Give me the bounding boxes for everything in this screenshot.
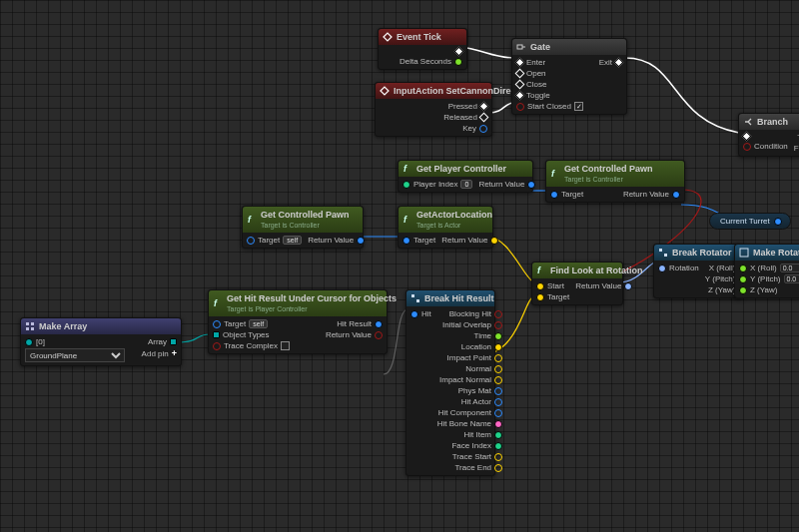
node-get-player-controller[interactable]: f Get Player Controller Player Index0 Re…	[398, 160, 533, 193]
pin-blocking-hit[interactable]: Blocking Hit	[449, 309, 502, 318]
pin-toggle[interactable]: Toggle	[516, 91, 550, 100]
pin-rotation[interactable]: Rotation	[658, 264, 699, 272]
pin-trace-end[interactable]: Trace End	[454, 463, 502, 472]
pin-target[interactable]: Targetself	[247, 236, 302, 245]
svg-text:f: f	[214, 298, 218, 308]
pin-xroll[interactable]: X (Roll)0.0	[739, 264, 799, 272]
svg-text:f: f	[403, 164, 407, 174]
node-subtitle: Target is Controller	[261, 222, 320, 229]
node-branch[interactable]: Branch Condition True False	[738, 113, 799, 157]
pin-variable-out[interactable]	[774, 218, 782, 226]
enum-dropdown[interactable]: GroundPlane	[25, 348, 125, 362]
pin-return-value[interactable]: Return Value	[623, 190, 680, 199]
pin-exec-out[interactable]	[452, 48, 462, 55]
node-title: Break Hit Result	[424, 293, 494, 303]
pin-delta-seconds[interactable]: Delta Seconds	[400, 57, 462, 66]
node-header: f Get Controlled Pawn Target is Controll…	[546, 161, 684, 187]
pin-exec-in[interactable]	[743, 133, 750, 140]
pin-false[interactable]: False	[794, 144, 799, 153]
pin-return-value[interactable]: Return Value	[441, 236, 498, 245]
pin-condition[interactable]: Condition	[743, 142, 788, 151]
pin-open[interactable]: Open	[516, 69, 546, 78]
event-icon	[380, 86, 390, 96]
pin-start-closed[interactable]: Start Closed✓	[516, 102, 583, 111]
pin-hit-bone-name[interactable]: Hit Bone Name	[437, 419, 502, 428]
node-header: Break Hit Result	[406, 290, 494, 306]
node-header: Break Rotator	[654, 245, 742, 261]
svg-text:f: f	[537, 266, 541, 275]
pin-return-value[interactable]: Return Value	[575, 281, 632, 290]
pin-return-value[interactable]: Return Value	[326, 330, 383, 339]
pin-normal[interactable]: Normal	[465, 364, 502, 373]
checkbox-trace-complex[interactable]	[281, 341, 290, 350]
pin-hit-result[interactable]: Hit Result	[337, 319, 383, 328]
pin-trace-start[interactable]: Trace Start	[452, 452, 502, 461]
pin-time[interactable]: Time	[474, 331, 502, 340]
variable-current-turret[interactable]: Current Turret	[709, 213, 791, 230]
node-get-actor-location[interactable]: f GetActorLocation Target is Actor Targe…	[398, 206, 493, 249]
pin-close[interactable]: Close	[516, 80, 546, 89]
node-title: Gate	[530, 42, 550, 52]
pin-object-types[interactable]: Object Types	[213, 330, 270, 339]
node-find-look-at-rotation[interactable]: f Find Look at Rotation Start Target Ret…	[531, 262, 623, 305]
function-icon: f	[402, 164, 412, 174]
node-make-rotator[interactable]: Make Rotator X (Roll)0.0 Y (Pitch)0.0 Z …	[734, 244, 799, 298]
make-icon	[739, 248, 749, 258]
pin-target[interactable]: Target	[550, 190, 583, 199]
pin-target[interactable]: Target	[536, 292, 569, 301]
pin-key[interactable]: Key	[462, 124, 487, 133]
pin-pressed[interactable]: Pressed	[448, 102, 487, 111]
pin-return-value[interactable]: Return Value	[308, 236, 365, 245]
pin-add-pin[interactable]: +Add pin	[142, 348, 177, 358]
node-header: f GetActorLocation Target is Actor	[399, 207, 492, 233]
node-event-tick[interactable]: Event Tick Delta Seconds	[378, 28, 467, 70]
pin-ypitch[interactable]: Y (Pitch)0.0	[739, 274, 799, 283]
node-gate[interactable]: Gate Enter Open Close Toggle Start Close…	[511, 38, 627, 115]
pin-hit-component[interactable]: Hit Component	[438, 408, 502, 417]
event-icon	[383, 32, 393, 42]
svg-text:f: f	[551, 169, 555, 179]
array-icon	[25, 321, 35, 331]
pin-return-value[interactable]: Return Value	[478, 180, 535, 189]
node-break-rotator[interactable]: Break Rotator Rotation X (Roll) Y (Pitch…	[653, 244, 743, 298]
node-make-array[interactable]: Make Array [0] GroundPlane Array +Add pi…	[20, 317, 182, 366]
pin-impact-normal[interactable]: Impact Normal	[439, 375, 502, 384]
svg-rect-6	[659, 249, 662, 252]
function-icon: f	[536, 266, 546, 275]
pin-enter[interactable]: Enter	[516, 58, 545, 67]
node-header: f Find Look at Rotation	[532, 263, 622, 278]
node-input-action[interactable]: InputAction SetCannonDirection Pressed R…	[375, 82, 492, 137]
node-get-hit-result-cursor[interactable]: f Get Hit Result Under Cursor for Object…	[208, 289, 388, 354]
node-title: Get Controlled Pawn	[261, 210, 350, 220]
node-get-controlled-pawn-left[interactable]: f Get Controlled Pawn Target is Controll…	[242, 206, 364, 249]
pin-initial-overlap[interactable]: Initial Overlap	[442, 320, 502, 329]
pin-target[interactable]: Target	[402, 236, 435, 245]
node-header: Event Tick	[379, 29, 466, 45]
svg-rect-11	[416, 299, 419, 302]
pin-exit[interactable]: Exit	[599, 58, 622, 67]
function-icon: f	[402, 215, 412, 225]
pin-zyaw[interactable]: Z (Yaw)	[739, 285, 777, 294]
svg-text:f: f	[403, 215, 407, 225]
pin-player-index[interactable]: Player Index0	[402, 180, 472, 189]
pin-target[interactable]: Targetself	[213, 319, 268, 328]
pin-impact-point[interactable]: Impact Point	[447, 353, 502, 362]
node-title: Find Look at Rotation	[550, 266, 643, 275]
pin-face-index[interactable]: Face Index	[451, 441, 502, 450]
pin-released[interactable]: Released	[443, 113, 487, 122]
pin-array-out[interactable]: Array	[148, 337, 177, 346]
function-icon: f	[550, 169, 560, 179]
pin-start[interactable]: Start	[536, 281, 564, 290]
checkbox-start-closed[interactable]: ✓	[574, 102, 583, 111]
node-subtitle: Target is Actor	[416, 222, 460, 229]
pin-hit-actor[interactable]: Hit Actor	[461, 397, 502, 406]
node-break-hit-result[interactable]: Break Hit Result Hit Blocking Hit Initia…	[405, 289, 495, 476]
pin-location[interactable]: Location	[461, 342, 502, 351]
pin-hit[interactable]: Hit	[410, 309, 431, 318]
pin-trace-complex[interactable]: Trace Complex	[213, 341, 290, 350]
pin-phys-mat[interactable]: Phys Mat	[458, 386, 502, 395]
pin-array-index-0[interactable]: [0]	[25, 337, 45, 346]
node-get-controlled-pawn-top[interactable]: f Get Controlled Pawn Target is Controll…	[545, 160, 685, 203]
pin-hit-item[interactable]: Hit Item	[463, 430, 502, 439]
node-header: f Get Controlled Pawn Target is Controll…	[243, 207, 363, 233]
